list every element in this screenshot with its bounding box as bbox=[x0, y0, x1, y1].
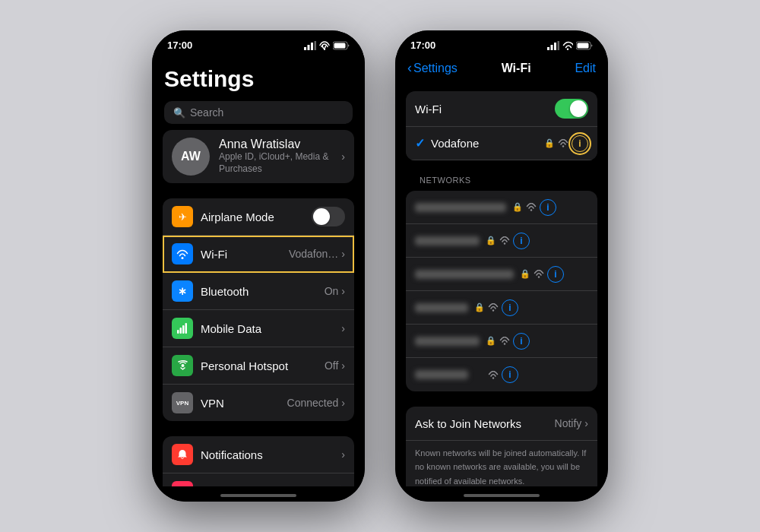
status-time-right: 17:00 bbox=[410, 40, 435, 51]
svg-rect-19 bbox=[558, 41, 560, 50]
svg-point-26 bbox=[538, 276, 540, 277]
hotspot-chevron: › bbox=[341, 359, 345, 372]
lock-icon: 🔒 bbox=[544, 138, 555, 148]
wifi-icon bbox=[172, 243, 193, 264]
svg-point-28 bbox=[504, 343, 505, 344]
connected-network-row[interactable]: ✓ Vodafone 🔒 i bbox=[406, 127, 597, 160]
airplane-mode-row[interactable]: ✈ Airplane Mode bbox=[163, 198, 354, 236]
lock-5: 🔒 bbox=[486, 336, 496, 346]
svg-rect-2 bbox=[311, 43, 313, 50]
airplane-toggle[interactable] bbox=[312, 207, 345, 226]
svg-point-23 bbox=[562, 145, 564, 147]
signal-icon bbox=[304, 41, 316, 50]
wifi-2 bbox=[499, 236, 510, 245]
network-row-3[interactable]: 🔒 i bbox=[406, 258, 597, 291]
network-row-2[interactable]: 🔒 i bbox=[406, 224, 597, 258]
status-icons-right bbox=[547, 41, 593, 50]
ask-join-row[interactable]: Ask to Join Networks Notify › bbox=[406, 407, 597, 440]
wifi-page-title: Wi-Fi bbox=[502, 62, 531, 75]
network-row-5[interactable]: 🔒 i bbox=[406, 325, 597, 358]
network-name-5 bbox=[415, 337, 480, 346]
battery-icon-right bbox=[576, 41, 593, 50]
network-info-6[interactable]: i bbox=[502, 366, 518, 383]
vpn-row[interactable]: VPN VPN Connected › bbox=[163, 385, 354, 421]
network-info-4[interactable]: i bbox=[502, 299, 518, 316]
battery-icon bbox=[333, 41, 350, 50]
avatar: AW bbox=[172, 138, 210, 176]
signal-icon-right bbox=[547, 41, 559, 50]
profile-chevron: › bbox=[341, 150, 345, 163]
hotspot-row[interactable]: Personal Hotspot Off › bbox=[163, 347, 354, 385]
wifi-status-icon-right bbox=[562, 41, 573, 50]
wifi-toggle-row[interactable]: Wi-Fi bbox=[406, 91, 597, 127]
sounds-chevron: › bbox=[341, 486, 345, 486]
wifi-value: Vodafon… bbox=[289, 248, 338, 260]
ask-join-value: Notify bbox=[555, 417, 582, 429]
notifications-row[interactable]: Notifications › bbox=[163, 436, 354, 473]
notifications-icon bbox=[172, 444, 193, 465]
wifi-row[interactable]: Wi-Fi Vodafon… › bbox=[163, 236, 354, 273]
wifi-connected-icon bbox=[558, 139, 568, 147]
wifi-6 bbox=[488, 371, 499, 379]
svg-rect-22 bbox=[578, 43, 589, 48]
network-name-1 bbox=[415, 203, 506, 212]
bell-icon bbox=[177, 449, 188, 460]
network-row-6[interactable]: 🔒 i bbox=[406, 358, 597, 391]
airplane-label: Airplane Mode bbox=[201, 211, 312, 223]
network-name-4 bbox=[415, 303, 468, 312]
network-info-3[interactable]: i bbox=[547, 266, 564, 283]
profile-info: Anna Wratislav Apple ID, iCloud+, Media … bbox=[219, 138, 341, 175]
mobile-data-row[interactable]: Mobile Data › bbox=[163, 310, 354, 347]
airplane-icon: ✈ bbox=[172, 206, 193, 227]
toggle-knob bbox=[313, 208, 330, 225]
antenna-icon bbox=[177, 323, 188, 334]
settings-header: Settings 🔍 Search bbox=[152, 54, 365, 130]
wifi-screen-content: Wi-Fi ✓ Vodafone 🔒 bbox=[395, 79, 608, 486]
sounds-row[interactable]: Sounds & Haptics › bbox=[163, 473, 354, 486]
bluetooth-value: On bbox=[325, 285, 339, 297]
wifi-chevron: › bbox=[341, 248, 345, 260]
status-icons-left bbox=[304, 41, 350, 50]
svg-point-29 bbox=[492, 377, 494, 378]
wifi-toggle-inner: Wi-Fi ✓ Vodafone 🔒 bbox=[406, 91, 597, 160]
network-icons-5: 🔒 bbox=[486, 336, 510, 346]
back-button[interactable]: ‹ Settings bbox=[407, 60, 458, 76]
svg-point-12 bbox=[181, 364, 184, 367]
search-icon: 🔍 bbox=[173, 107, 185, 119]
wifi-status-icon bbox=[319, 41, 330, 50]
network-name-2 bbox=[415, 236, 480, 245]
profile-row[interactable]: AW Anna Wratislav Apple ID, iCloud+, Med… bbox=[163, 130, 354, 183]
bluetooth-row[interactable]: ∗ Bluetooth On › bbox=[163, 273, 354, 310]
hotspot-icon bbox=[172, 355, 193, 376]
svg-rect-1 bbox=[308, 45, 310, 50]
profile-name: Anna Wratislav bbox=[219, 138, 341, 151]
back-label: Settings bbox=[413, 62, 458, 75]
connected-info-button[interactable]: i bbox=[572, 135, 588, 152]
wifi-toggle-switch[interactable] bbox=[555, 99, 588, 119]
lock-3: 🔒 bbox=[520, 269, 530, 279]
network-info-2[interactable]: i bbox=[513, 233, 530, 249]
wifi-1 bbox=[526, 203, 537, 211]
bluetooth-icon: ∗ bbox=[172, 280, 193, 302]
ask-join-container: Ask to Join Networks Notify › Known netw… bbox=[406, 407, 597, 486]
network-row-4[interactable]: 🔒 i bbox=[406, 291, 597, 325]
search-bar[interactable]: 🔍 Search bbox=[164, 101, 353, 124]
right-phone: 17:00 bbox=[395, 30, 608, 502]
section-1-inner: ✈ Airplane Mode bbox=[163, 198, 354, 421]
edit-button[interactable]: Edit bbox=[575, 62, 596, 75]
lock-4: 🔒 bbox=[474, 302, 485, 312]
network-info-1[interactable]: i bbox=[540, 199, 556, 216]
settings-screen: Settings 🔍 Search AW Anna Wratislav Appl… bbox=[152, 54, 365, 486]
network-icons-3: 🔒 bbox=[520, 269, 544, 279]
wifi-4 bbox=[488, 303, 499, 312]
network-info-5[interactable]: i bbox=[513, 333, 530, 350]
section-2-inner: Notifications › Sounds & Haptics bbox=[163, 436, 354, 486]
wifi-5 bbox=[499, 337, 510, 345]
network-icons-6: 🔒 bbox=[474, 370, 499, 380]
wifi-nav: ‹ Settings Wi-Fi Edit bbox=[395, 54, 608, 79]
mobile-data-chevron: › bbox=[341, 322, 345, 334]
connected-network-icons: 🔒 bbox=[544, 138, 568, 148]
network-row-1[interactable]: 🔒 i bbox=[406, 191, 597, 224]
wifi-toggle-label: Wi-Fi bbox=[415, 103, 555, 116]
wifi-row-icon bbox=[176, 249, 188, 259]
